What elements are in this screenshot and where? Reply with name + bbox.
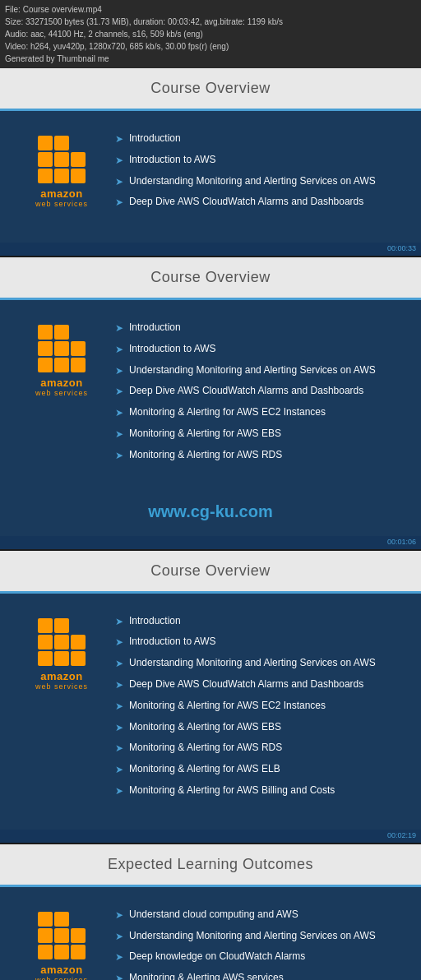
bullet-arrow-icon: ➤ [115, 784, 123, 798]
aws-brand-sub: web services [35, 389, 88, 397]
bullet-item: ➤ Monitoring & Alerting for AWS RDS [115, 448, 405, 463]
aws-box [54, 341, 69, 356]
bullet-item: ➤ Monitoring & Alerting for AWS EBS [115, 427, 405, 441]
slide-title-bar: Course Overview [0, 68, 421, 109]
aws-box [38, 928, 53, 943]
aws-box [38, 325, 53, 340]
slide-title: Course Overview [150, 269, 271, 285]
bullet-arrow-icon: ➤ [115, 132, 123, 146]
bullet-arrow-icon: ➤ [115, 154, 123, 168]
bullet-text: Introduction to AWS [129, 153, 216, 167]
timestamp-badge: 00:02:19 [0, 830, 421, 843]
bullet-text: Monitoring & Alerting for AWS RDS [129, 741, 282, 755]
slide-panel-panel1: Course Overview amazon web servic [0, 68, 421, 256]
aws-box [71, 169, 86, 183]
bullet-text: Understanding Monitoring and Alerting Se… [129, 174, 376, 188]
bullet-arrow-icon: ➤ [115, 175, 123, 189]
file-info-line2: Size: 33271500 bytes (31.73 MiB), durati… [5, 16, 416, 28]
aws-box [54, 928, 69, 943]
file-info-bar: File: Course overview.mp4 Size: 33271500… [0, 0, 421, 68]
watermark-text: www.cg-ku.com [0, 494, 421, 536]
slide-title: Course Overview [150, 80, 271, 96]
bullet-item: ➤ Monitoring & Alerting for AWS ELB [115, 762, 405, 777]
bullet-arrow-icon: ➤ [115, 636, 123, 649]
slide-content: amazon web services ➤ Introduction ➤ Int… [0, 594, 421, 830]
bullet-item: ➤ Understanding Monitoring and Alerting … [115, 929, 405, 944]
aws-boxes-icon [38, 912, 86, 959]
slide-content: amazon web services ➤ Introduction ➤ Int… [0, 111, 421, 243]
timestamp-badge: 00:01:06 [0, 536, 421, 549]
aws-box [54, 651, 69, 666]
aws-box-empty [71, 325, 86, 340]
bullet-item: ➤ Introduction to AWS [115, 635, 405, 649]
aws-box [54, 618, 69, 633]
slide-content: amazon web services ➤ Understand cloud c… [0, 887, 421, 980]
aws-box [71, 651, 86, 666]
aws-boxes-icon [38, 136, 86, 183]
bullet-arrow-icon: ➤ [115, 321, 123, 335]
bullet-text: Monitoring & Alerting for AWS EBS [129, 720, 281, 734]
aws-box [38, 152, 53, 167]
aws-box [54, 325, 69, 340]
bullet-item: ➤ Understanding Monitoring and Alerting … [115, 656, 405, 671]
bullet-arrow-icon: ➤ [115, 196, 123, 210]
aws-box [38, 136, 53, 150]
aws-box [38, 169, 53, 183]
aws-box [71, 358, 86, 372]
slide-panel-panel2: Course Overview amazon web servic [0, 257, 421, 549]
bullet-arrow-icon: ➤ [115, 678, 123, 692]
bullet-arrow-icon: ➤ [115, 721, 123, 735]
bullet-item: ➤ Monitoring & Alerting for AWS EC2 Inst… [115, 405, 405, 420]
file-info-line3: Audio: aac, 44100 Hz, 2 channels, s16, 5… [5, 28, 416, 40]
bullet-arrow-icon: ➤ [115, 428, 123, 441]
aws-box [71, 341, 86, 356]
file-info-line4: Video: h264, yuv420p, 1280x720, 685 kb/s… [5, 40, 416, 53]
bullet-arrow-icon: ➤ [115, 950, 123, 964]
aws-box [38, 945, 53, 959]
bullet-item: ➤ Monitoring & Alerting for AWS EC2 Inst… [115, 699, 405, 714]
bullet-arrow-icon: ➤ [115, 364, 123, 378]
slide-bullets: ➤ Introduction ➤ Introduction to AWS ➤ U… [107, 610, 405, 805]
file-info-line1: File: Course overview.mp4 [5, 3, 416, 16]
aws-box [54, 945, 69, 959]
bullet-item: ➤ Deep knowledge on CloudWatch Alarms [115, 950, 405, 964]
bullet-arrow-icon: ➤ [115, 406, 123, 420]
bullet-item: ➤ Introduction [115, 132, 405, 146]
aws-box [38, 341, 53, 356]
bullet-text: Introduction to AWS [129, 342, 216, 356]
aws-box [54, 169, 69, 183]
bullet-arrow-icon: ➤ [115, 930, 123, 944]
aws-brand-text: amazon [40, 964, 82, 976]
slide-title-bar: Course Overview [0, 257, 421, 298]
aws-brand-text: amazon [40, 377, 82, 389]
bullet-text: Understanding Monitoring and Alerting Se… [129, 656, 376, 670]
bullet-text: Introduction [129, 321, 181, 335]
aws-box [71, 928, 86, 943]
bullet-text: Monitoring & Alerting for AWS RDS [129, 448, 282, 462]
aws-brand-text: amazon [40, 187, 82, 200]
aws-box [54, 358, 69, 372]
bullet-text: Introduction [129, 614, 181, 628]
aws-box [38, 912, 53, 927]
bullet-arrow-icon: ➤ [115, 343, 123, 357]
aws-box-empty [71, 618, 86, 633]
bullet-item: ➤ Monitoring & Alerting for AWS RDS [115, 741, 405, 756]
bullet-text: Understand cloud computing and AWS [129, 908, 298, 922]
aws-box [54, 152, 69, 167]
bullet-item: ➤ Understanding Monitoring and Alerting … [115, 363, 405, 378]
aws-box [38, 358, 53, 372]
bullet-item: ➤ Introduction [115, 321, 405, 335]
slide-bullets: ➤ Introduction ➤ Introduction to AWS ➤ U… [107, 317, 405, 469]
aws-brand-text: amazon [40, 670, 82, 682]
slide-content: amazon web services ➤ Introduction ➤ Int… [0, 300, 421, 494]
bullet-arrow-icon: ➤ [115, 972, 123, 980]
bullet-arrow-icon: ➤ [115, 385, 123, 399]
aws-logo: amazon web services [16, 127, 107, 208]
bullet-item: ➤ Introduction [115, 614, 405, 629]
slide-panel-panel4: Expected Learning Outcomes amazon [0, 844, 421, 980]
aws-logo: amazon web services [16, 904, 107, 980]
slide-bullets: ➤ Understand cloud computing and AWS ➤ U… [107, 904, 405, 980]
bullet-item: ➤ Deep Dive AWS CloudWatch Alarms and Da… [115, 677, 405, 692]
bullet-item: ➤ Introduction to AWS [115, 153, 405, 168]
bullet-item: ➤ Deep Dive AWS CloudWatch Alarms and Da… [115, 384, 405, 399]
